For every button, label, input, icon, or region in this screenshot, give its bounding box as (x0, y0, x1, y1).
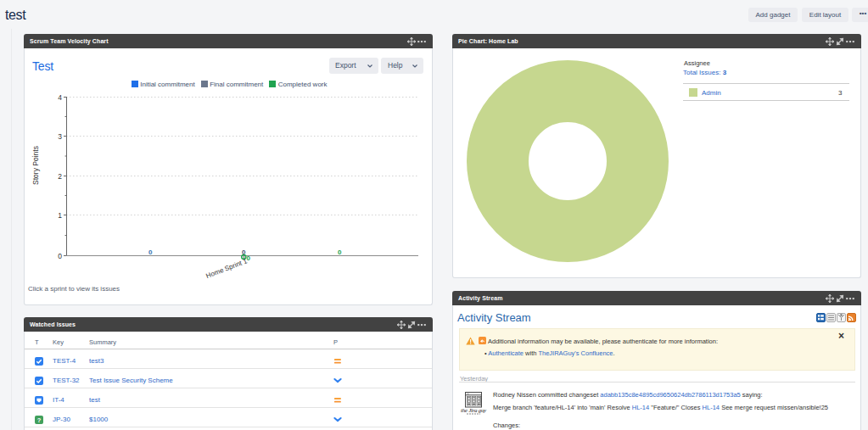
svg-text:0: 0 (247, 254, 251, 262)
svg-text:Home Sprint 1: Home Sprint 1 (205, 257, 249, 280)
svg-text:0: 0 (148, 249, 153, 256)
svg-text:the Jira guy: the Jira guy (461, 407, 487, 414)
svg-text:3: 3 (58, 132, 62, 141)
svg-text:1: 1 (58, 211, 62, 220)
svg-text:0: 0 (338, 249, 342, 256)
svg-text:Story Points: Story Points (31, 146, 40, 185)
svg-text:0: 0 (58, 252, 62, 260)
svg-text:2: 2 (58, 172, 62, 181)
svg-text:4: 4 (58, 93, 62, 102)
